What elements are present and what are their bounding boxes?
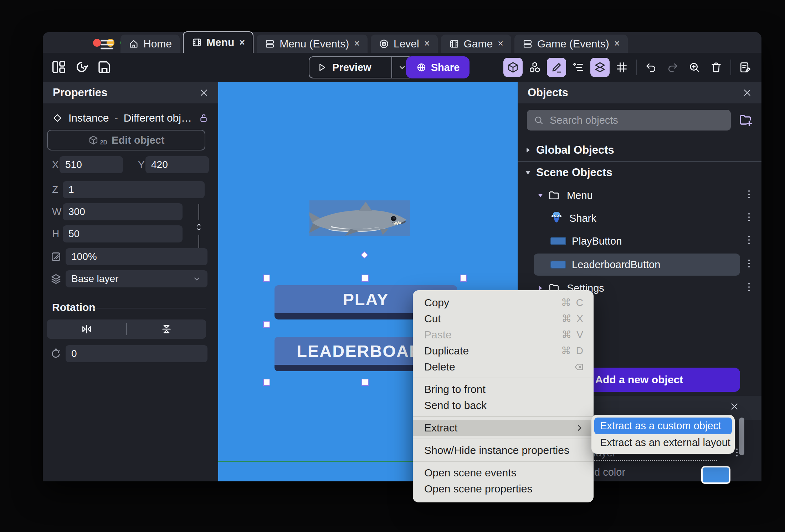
toolbar-separator xyxy=(730,60,731,75)
scene-icon xyxy=(449,39,460,49)
selection-rotate-handle[interactable] xyxy=(360,251,369,259)
scene-properties-icon[interactable] xyxy=(736,58,755,77)
menu-item-paste[interactable]: Paste⌘ V xyxy=(413,327,594,343)
section-scene-objects[interactable]: Scene Objects xyxy=(518,163,761,182)
button-object-icon xyxy=(550,261,566,268)
play-icon xyxy=(317,62,327,73)
background-color-swatch[interactable] xyxy=(701,466,730,484)
submenu-item-extract-as-an-external-layout[interactable]: Extract as an external layout xyxy=(594,434,732,451)
tab-game-events[interactable]: Game (Events)× xyxy=(514,35,628,53)
selection-handle-bottom-left[interactable] xyxy=(263,379,270,386)
tab-label: Home xyxy=(143,38,172,50)
flip-vertical-button[interactable] xyxy=(127,323,206,335)
rotation-input[interactable] xyxy=(66,345,207,362)
x-label: X xyxy=(52,159,60,170)
menu-item-show-hide-instance-properties[interactable]: Show/Hide instance properties xyxy=(413,442,594,458)
h-input[interactable] xyxy=(63,225,183,242)
tab-home[interactable]: Home xyxy=(120,35,180,53)
menu-shortcut: ⌘ C xyxy=(561,297,584,308)
x-input[interactable] xyxy=(60,156,123,173)
lock-open-icon[interactable] xyxy=(198,113,209,123)
edit-object-button[interactable]: 2D Edit object xyxy=(47,130,205,150)
h-label: H xyxy=(52,228,63,240)
flip-horizontal-button[interactable] xyxy=(47,323,126,335)
menu-item-label: Bring to front xyxy=(424,383,486,395)
object-row-menu[interactable]: Menu xyxy=(518,184,761,207)
selection-handle-top-center[interactable] xyxy=(361,275,369,282)
menu-item-send-to-back[interactable]: Send to back xyxy=(413,397,594,413)
instance-target: Different obj… xyxy=(124,112,192,124)
layer-select[interactable]: Base layer xyxy=(66,270,207,287)
grid-icon[interactable] xyxy=(612,58,631,77)
menu-item-label: Open scene properties xyxy=(424,483,533,495)
menu-item-bring-to-front[interactable]: Bring to front xyxy=(413,381,594,397)
tab-menu[interactable]: Menu× xyxy=(183,31,253,53)
menu-item-delete[interactable]: Delete xyxy=(413,359,594,375)
y-input[interactable] xyxy=(145,156,209,173)
menu-item-open-scene-events[interactable]: Open scene events xyxy=(413,465,594,481)
undo-icon[interactable] xyxy=(641,58,661,77)
close-icon[interactable] xyxy=(729,401,742,414)
menu-item-copy[interactable]: Copy⌘ C xyxy=(413,295,594,311)
search-objects-input[interactable] xyxy=(549,114,724,127)
objects-list-icon[interactable] xyxy=(525,58,544,77)
zoom-in-icon[interactable] xyxy=(685,58,704,77)
play-icon xyxy=(317,62,327,73)
object-row-playbutton[interactable]: PlayButton xyxy=(518,230,761,252)
submenu-item-extract-as-a-custom-object[interactable]: Extract as a custom object xyxy=(594,418,732,434)
object-label: Shark xyxy=(569,213,596,224)
scrollbar[interactable] xyxy=(739,418,744,455)
tab-label: Game xyxy=(464,38,493,50)
tab-label: Menu xyxy=(206,36,234,48)
history-icon[interactable] xyxy=(73,59,90,75)
menu-item-duplicate[interactable]: Duplicate⌘ D xyxy=(413,343,594,359)
preview-button-main[interactable]: Preview xyxy=(309,62,391,73)
close-icon[interactable] xyxy=(197,86,211,100)
object-2d-icon xyxy=(88,135,99,145)
tab-close-icon[interactable]: × xyxy=(424,38,430,49)
selection-handle-middle-left[interactable] xyxy=(263,321,270,328)
selection-handle-top-left[interactable] xyxy=(263,275,270,282)
tab-level[interactable]: Level× xyxy=(371,35,438,53)
menu-divider xyxy=(413,378,594,378)
w-input[interactable] xyxy=(63,203,183,220)
toolbar-left-group xyxy=(51,59,113,75)
add-folder-icon[interactable] xyxy=(738,112,754,128)
opacity-input[interactable] xyxy=(66,248,207,265)
shark-object-icon xyxy=(549,210,564,224)
selection-handle-top-right[interactable] xyxy=(460,275,467,282)
z-input[interactable] xyxy=(63,181,205,198)
tab-close-icon[interactable]: × xyxy=(614,38,620,49)
instances-list-icon[interactable] xyxy=(569,58,588,77)
delete-icon[interactable] xyxy=(707,58,726,77)
tab-game[interactable]: Game× xyxy=(441,35,511,53)
layers-list-icon[interactable] xyxy=(590,58,610,77)
search-objects-box[interactable] xyxy=(527,110,731,131)
tab-close-icon[interactable]: × xyxy=(354,38,360,49)
menu-divider xyxy=(413,461,594,462)
shark-sprite[interactable] xyxy=(309,200,410,236)
object-row-shark[interactable]: Shark xyxy=(518,207,761,230)
toggle-panels-icon[interactable] xyxy=(51,59,67,75)
menu-item-extract[interactable]: Extract xyxy=(413,420,594,436)
edit-object-3d-icon[interactable] xyxy=(503,58,523,77)
object-label: Menu xyxy=(567,190,593,201)
redo-icon[interactable] xyxy=(663,58,682,77)
tab-close-icon[interactable]: × xyxy=(239,37,245,48)
menu-item-cut[interactable]: Cut⌘ X xyxy=(413,311,594,327)
object-row-leaderboardbutton[interactable]: LeaderboardButton xyxy=(518,252,761,277)
flip-controls xyxy=(47,319,206,339)
preview-button[interactable]: Preview xyxy=(309,56,413,78)
tab-close-icon[interactable]: × xyxy=(498,38,503,49)
edit-mode-icon[interactable] xyxy=(547,58,566,77)
tab-menu-events[interactable]: Menu (Events)× xyxy=(257,35,368,53)
menu-item-open-scene-properties[interactable]: Open scene properties xyxy=(413,481,594,497)
section-global-objects[interactable]: Global Objects xyxy=(518,141,761,159)
main-menu-icon[interactable] xyxy=(99,37,115,49)
close-icon[interactable] xyxy=(740,86,754,100)
share-button[interactable]: Share xyxy=(406,56,470,78)
selection-handle-bottom-center[interactable] xyxy=(361,379,369,386)
globe-icon xyxy=(416,62,427,73)
save-icon[interactable] xyxy=(96,59,113,75)
y-label: Y xyxy=(138,159,145,170)
